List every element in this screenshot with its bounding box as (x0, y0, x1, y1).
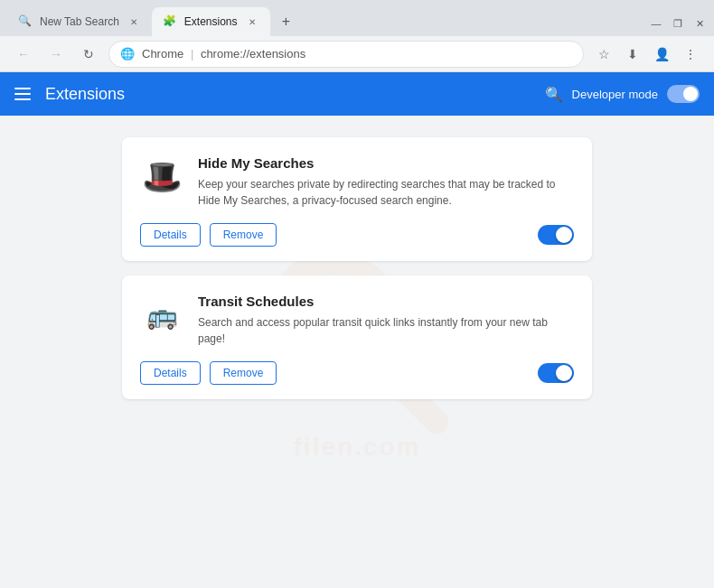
content-area: filen.com 🎩 Hide My Searches Keep your s… (0, 116, 714, 588)
ext-description-hide-my-searches: Keep your searches private by redirectin… (198, 176, 574, 209)
hamburger-line-3 (14, 98, 31, 100)
ext-details-button-2[interactable]: Details (140, 361, 201, 385)
ext-remove-button-2[interactable]: Remove (210, 361, 277, 385)
forward-button[interactable]: → (43, 42, 69, 67)
ext-info-transit-schedules: Transit Schedules Search and access popu… (198, 294, 574, 347)
browser-window: 🔍 New Tab Search ✕ 🧩 Extensions ✕ + — ❐ … (0, 0, 714, 588)
title-bar: 🔍 New Tab Search ✕ 🧩 Extensions ✕ + — ❐ … (0, 0, 714, 36)
minimize-button[interactable]: — (649, 16, 663, 31)
back-button[interactable]: ← (11, 42, 36, 67)
tab-extensions-icon: 🧩 (163, 14, 177, 29)
tab-new-tab-search-title: New Tab Search (40, 15, 119, 28)
tab-close-2[interactable]: ✕ (245, 14, 259, 29)
ext-toggle-1[interactable] (538, 225, 574, 245)
save-to-reading-list-button[interactable]: ⬇ (620, 42, 645, 67)
new-tab-button[interactable]: + (274, 9, 299, 34)
menu-button[interactable]: ⋮ (678, 42, 703, 67)
extensions-header: Extensions 🔍 Developer mode (0, 72, 714, 116)
ext-name-transit-schedules: Transit Schedules (198, 294, 574, 309)
ext-name-hide-my-searches: Hide My Searches (198, 155, 574, 171)
developer-mode-toggle[interactable] (667, 85, 700, 103)
reload-button[interactable]: ↻ (76, 42, 101, 67)
extensions-page-title: Extensions (45, 85, 531, 104)
ext-card-footer-1: Details Remove (140, 223, 574, 247)
ext-toggle-2[interactable] (538, 363, 574, 383)
ext-details-button-1[interactable]: Details (140, 223, 201, 247)
ext-card-header-1: 🎩 Hide My Searches Keep your searches pr… (140, 155, 574, 209)
extension-card-transit-schedules: 🚌 Transit Schedules Search and access po… (122, 275, 592, 399)
tab-extensions[interactable]: 🧩 Extensions ✕ (152, 7, 270, 36)
header-search-icon[interactable]: 🔍 (545, 86, 563, 103)
hamburger-menu[interactable] (14, 88, 31, 100)
tab-search-icon: 🔍 (18, 14, 33, 29)
tab-close-1[interactable]: ✕ (127, 14, 141, 29)
ext-description-transit-schedules: Search and access popular transit quick … (198, 314, 574, 347)
ext-toggle-knob-1 (556, 227, 572, 243)
address-bar: ← → ↻ 🌐 Chrome | chrome://extensions ☆ ⬇… (0, 36, 714, 72)
developer-mode-section: 🔍 Developer mode (545, 85, 700, 103)
hamburger-line-2 (14, 93, 31, 95)
address-actions: ☆ ⬇ 👤 ⋮ (591, 42, 703, 67)
maximize-button[interactable]: ❐ (671, 16, 685, 31)
hamburger-line-1 (14, 88, 31, 89)
ext-remove-button-1[interactable]: Remove (210, 223, 277, 247)
tab-extensions-title: Extensions (184, 15, 238, 28)
extension-card-hide-my-searches: 🎩 Hide My Searches Keep your searches pr… (122, 137, 592, 261)
window-controls: — ❐ ✕ (649, 16, 707, 31)
close-button[interactable]: ✕ (692, 16, 707, 31)
url-bar[interactable]: 🌐 Chrome | chrome://extensions (108, 41, 584, 68)
ext-icon-hide-my-searches: 🎩 (140, 155, 183, 199)
ext-card-header-2: 🚌 Transit Schedules Search and access po… (140, 294, 574, 347)
ext-info-hide-my-searches: Hide My Searches Keep your searches priv… (198, 155, 574, 209)
bookmark-button[interactable]: ☆ (591, 42, 616, 67)
url-browser-name: Chrome | chrome://extensions (142, 47, 305, 61)
ext-icon-transit-schedules: 🚌 (140, 294, 183, 337)
tab-new-tab-search[interactable]: 🔍 New Tab Search ✕ (7, 7, 152, 36)
profile-button[interactable]: 👤 (649, 42, 674, 67)
developer-mode-label: Developer mode (572, 88, 658, 101)
toggle-knob (683, 87, 698, 101)
extensions-list: 🎩 Hide My Searches Keep your searches pr… (122, 137, 592, 399)
site-favicon: 🌐 (120, 47, 135, 61)
ext-toggle-knob-2 (556, 365, 572, 381)
ext-card-footer-2: Details Remove (140, 361, 574, 385)
